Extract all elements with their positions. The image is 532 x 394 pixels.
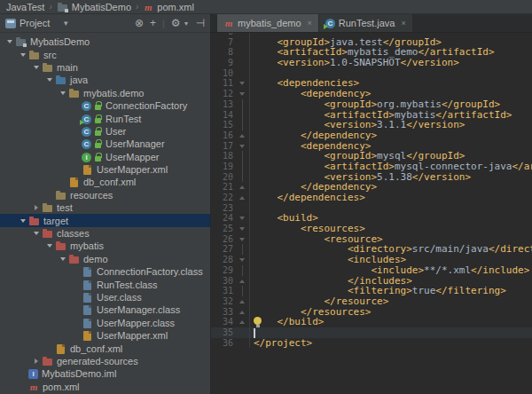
tree-item-demo[interactable]: demo	[0, 253, 210, 265]
class-file-icon	[82, 304, 93, 315]
tree-item-User.class[interactable]: User.class	[0, 291, 210, 303]
expanded-arrow-icon[interactable]	[34, 66, 39, 69]
tree-item-mybatis.demo[interactable]: mybatis.demo	[0, 87, 210, 99]
settings-gear-icon[interactable]: ⚙	[171, 17, 181, 29]
close-icon[interactable]: ×	[308, 19, 312, 28]
tree-item-UserMapper.xml[interactable]: UserMapper.xml	[0, 329, 210, 342]
fold-gutter[interactable]	[237, 296, 250, 307]
tree-item-label: User.class	[97, 292, 142, 303]
line-number: 10	[211, 68, 235, 79]
tree-item-label: resources	[70, 190, 113, 201]
tree-item-ConnectionFactory[interactable]: CConnectionFactory	[0, 99, 210, 112]
tree-item-RunTest[interactable]: CRunTest	[0, 112, 210, 124]
fold-gutter[interactable]	[237, 234, 250, 245]
tree-item-MybatisDemo[interactable]: MybatisDemo	[0, 35, 210, 48]
fold-gutter[interactable]	[237, 255, 250, 265]
fold-gutter[interactable]	[237, 182, 250, 193]
breadcrumb-root[interactable]: JavaTest	[6, 2, 44, 12]
expanded-arrow-icon[interactable]	[7, 40, 12, 43]
tree-item-src[interactable]: src	[0, 48, 210, 60]
tree-item-main[interactable]: main	[0, 61, 210, 74]
expanded-arrow-icon[interactable]	[60, 257, 66, 261]
tree-item-mybatis[interactable]: mybatis	[0, 240, 210, 252]
tree-item-target[interactable]: target	[0, 214, 210, 226]
hide-panel-icon[interactable]: ⊣	[196, 17, 205, 29]
fold-gutter[interactable]	[237, 89, 250, 99]
tree-item-label: RunTest.class	[97, 280, 157, 290]
iml-file-icon: I	[28, 369, 38, 379]
line-number: 34	[211, 317, 235, 327]
line-number: 15	[211, 120, 235, 130]
runnable-class-icon: C	[325, 19, 335, 28]
fold-gutter[interactable]	[237, 224, 250, 234]
collapse-all-icon[interactable]: +	[150, 17, 156, 29]
breadcrumb-separator-icon: ›	[136, 2, 138, 12]
project-tree: MybatisDemosrcmainjavamybatis.demoCConne…	[0, 33, 210, 394]
tree-item-UserManager[interactable]: CUserManager	[0, 138, 210, 150]
code-editor[interactable]: 67 <groupId>java.test</groupId>8 <artifa…	[211, 33, 532, 394]
tree-item-UserMapper[interactable]: IUserMapper	[0, 151, 210, 163]
close-icon[interactable]: ×	[401, 19, 405, 28]
tree-item-UserMapper.class[interactable]: UserMapper.class	[0, 317, 210, 329]
fold-gutter[interactable]	[237, 276, 250, 287]
collapsed-arrow-icon[interactable]	[35, 359, 38, 364]
excluded-folder-icon	[68, 254, 80, 264]
tree-item-resources[interactable]: resources	[0, 189, 210, 201]
fold-scope-line	[242, 244, 243, 255]
fold-gutter[interactable]	[237, 162, 250, 172]
tree-item-label: generated-sources	[57, 356, 138, 366]
fold-gutter	[237, 338, 250, 349]
fold-gutter[interactable]	[237, 193, 250, 203]
fold-gutter[interactable]	[237, 172, 250, 183]
tree-item-UserManager.class[interactable]: UserManager.class	[0, 303, 210, 316]
tree-item-generated-sources[interactable]: generated-sources	[0, 355, 210, 367]
fold-gutter[interactable]	[237, 244, 250, 255]
tree-item-classes[interactable]: classes	[0, 227, 210, 240]
code-line-34: 34 </build>	[211, 317, 532, 327]
line-number: 22	[211, 193, 235, 203]
fold-gutter[interactable]	[237, 265, 250, 276]
tree-item-db_conf.xml[interactable]: db_conf.xml	[0, 342, 210, 354]
expanded-arrow-icon[interactable]	[47, 244, 52, 248]
fold-gutter[interactable]	[237, 213, 250, 224]
fold-gutter[interactable]	[237, 78, 250, 89]
tree-item-UserMapper.xml[interactable]: UserMapper.xml	[0, 163, 210, 176]
tree-item-User[interactable]: CUser	[0, 125, 210, 138]
project-panel-title[interactable]: Project	[20, 18, 50, 28]
breadcrumb-project[interactable]: MybatisDemo	[57, 2, 131, 12]
fold-gutter[interactable]	[237, 317, 250, 327]
fold-gutter[interactable]	[237, 151, 250, 162]
tree-item-ConnectionFactory.class[interactable]: ConnectionFactory.class	[0, 265, 210, 278]
fold-gutter[interactable]	[237, 120, 250, 130]
expanded-arrow-icon[interactable]	[20, 219, 26, 223]
tree-item-MybatisDemo.iml[interactable]: IMybatisDemo.iml	[0, 367, 210, 380]
fold-gutter[interactable]	[237, 141, 250, 152]
tree-item-java[interactable]: java	[0, 74, 210, 86]
fold-scope-line	[242, 99, 243, 110]
tab-runtest-java[interactable]: C RunTest.java ×	[319, 14, 412, 32]
line-number: 13	[211, 99, 235, 110]
fold-end-icon	[239, 280, 245, 283]
expanded-arrow-icon[interactable]	[47, 78, 52, 82]
fold-gutter[interactable]	[237, 110, 250, 121]
line-number: 12	[211, 89, 235, 99]
collapsed-arrow-icon[interactable]	[35, 205, 38, 210]
locate-icon[interactable]: ⊗	[135, 17, 144, 29]
expanded-arrow-icon[interactable]	[20, 53, 26, 57]
tree-item-db_conf.xml[interactable]: db_conf.xml	[0, 176, 210, 188]
fold-gutter	[237, 58, 250, 68]
expanded-arrow-icon[interactable]	[60, 91, 66, 95]
tree-item-pom.xml[interactable]: mpom.xml	[0, 381, 210, 393]
fold-gutter[interactable]	[237, 286, 250, 296]
breadcrumb-separator-icon: ›	[49, 2, 51, 12]
breadcrumb-file[interactable]: m pom.xml	[143, 2, 194, 12]
chevron-down-icon[interactable]: ▼	[62, 20, 69, 28]
expanded-arrow-icon[interactable]	[34, 232, 39, 235]
tab-mybatis-demo[interactable]: m mybatis_demo ×	[217, 14, 318, 32]
fold-gutter[interactable]	[237, 99, 250, 110]
tree-item-test[interactable]: test	[0, 201, 210, 214]
fold-gutter[interactable]	[237, 307, 250, 318]
tree-item-label: target	[43, 216, 68, 226]
tree-item-RunTest.class[interactable]: RunTest.class	[0, 278, 210, 290]
fold-gutter[interactable]	[237, 130, 250, 141]
